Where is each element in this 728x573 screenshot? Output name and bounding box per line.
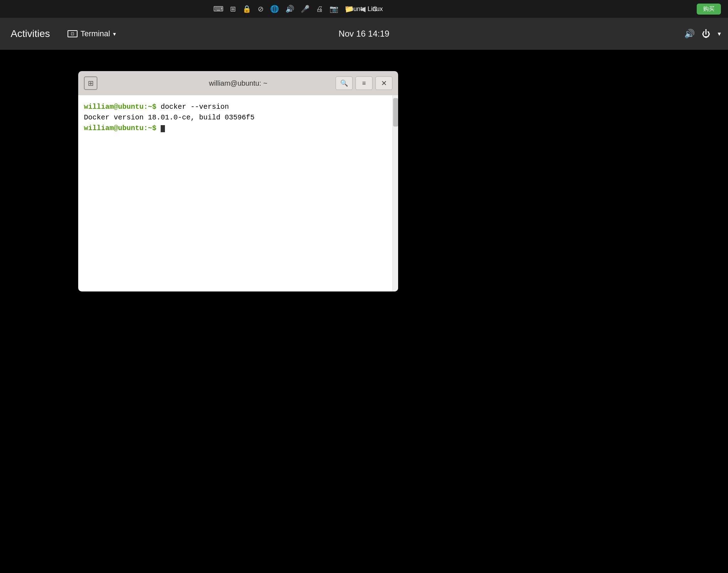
- display-icon[interactable]: ⊞: [230, 5, 236, 13]
- titlebar-left: ⊞: [84, 76, 97, 90]
- globe-icon[interactable]: 🌐: [270, 5, 279, 13]
- cursor: [161, 125, 165, 132]
- system-bar-left-icons: ⌨ ⊞ 🔒 ⊘ 🌐 🔊 🎤 🖨 📷 📁 ◀ ⚙: [213, 5, 378, 13]
- titlebar-right: 🔍 ≡ ✕: [336, 76, 392, 90]
- terminal-scrollbar[interactable]: [392, 95, 398, 291]
- terminal-menu-icon: ⊡: [68, 30, 77, 37]
- settings-icon[interactable]: ⚙: [372, 5, 378, 13]
- terminal-window: ⊞ william@ubuntu: ~ 🔍 ≡ ✕ william@ubuntu…: [78, 71, 398, 291]
- lock-icon[interactable]: 🔒: [242, 5, 251, 13]
- terminal-menu-chevron: ▾: [113, 31, 116, 37]
- terminal-menu-label: Terminal: [80, 29, 110, 38]
- command-1: docker --version: [156, 103, 229, 111]
- system-bar: Ubuntu Linux ⌨ ⊞ 🔒 ⊘ 🌐 🔊 🎤 🖨 📷 📁 ◀ ⚙ 购买: [0, 0, 728, 18]
- terminal-body: william@ubuntu:~$ docker --version Docke…: [78, 95, 398, 291]
- printer-icon[interactable]: 🖨: [316, 5, 323, 13]
- back-icon[interactable]: ◀: [360, 5, 365, 13]
- new-tab-button[interactable]: ⊞: [84, 76, 97, 90]
- activities-button[interactable]: Activities: [0, 18, 60, 50]
- prompt-2: william@ubuntu:~$: [84, 124, 156, 132]
- menu-button[interactable]: ≡: [355, 76, 373, 90]
- terminal-title: william@ubuntu: ~: [209, 79, 267, 87]
- terminal-titlebar: ⊞ william@ubuntu: ~ 🔍 ≡ ✕: [78, 71, 398, 95]
- volume-icon[interactable]: 🔊: [285, 5, 294, 13]
- terminal-line-1: william@ubuntu:~$ docker --version: [84, 102, 387, 112]
- volume-tray-icon[interactable]: 🔊: [684, 29, 695, 39]
- gnome-bar-datetime: Nov 16 14:19: [339, 29, 390, 39]
- output-1: Docker version 18.01.0-ce, build 03596f5: [84, 113, 255, 122]
- power-icon[interactable]: ⏻: [702, 29, 711, 39]
- gnome-bar: Activities ⊡ Terminal ▾ Nov 16 14:19 🔊 ⏻…: [0, 18, 728, 50]
- folder-icon[interactable]: 📁: [345, 5, 354, 13]
- scrollbar-thumb: [393, 98, 398, 127]
- close-button[interactable]: ✕: [375, 76, 392, 90]
- block-icon[interactable]: ⊘: [258, 5, 264, 13]
- search-button[interactable]: 🔍: [336, 76, 353, 90]
- terminal-line-2: Docker version 18.01.0-ce, build 03596f5: [84, 112, 387, 123]
- terminal-content[interactable]: william@ubuntu:~$ docker --version Docke…: [78, 95, 392, 291]
- system-bar-right: 购买: [697, 4, 721, 15]
- arrow-down-icon[interactable]: ▾: [718, 30, 721, 38]
- desktop: ⊞ william@ubuntu: ~ 🔍 ≡ ✕ william@ubuntu…: [0, 50, 728, 573]
- mic-icon[interactable]: 🎤: [301, 5, 310, 13]
- camera-icon[interactable]: 📷: [330, 5, 338, 13]
- terminal-line-3: william@ubuntu:~$: [84, 123, 387, 134]
- gnome-bar-right: 🔊 ⏻ ▾: [684, 29, 721, 39]
- prompt-1: william@ubuntu:~$: [84, 103, 156, 111]
- terminal-menu[interactable]: ⊡ Terminal ▾: [60, 29, 123, 38]
- keyboard-icon[interactable]: ⌨: [213, 5, 224, 13]
- buy-button[interactable]: 购买: [697, 4, 721, 15]
